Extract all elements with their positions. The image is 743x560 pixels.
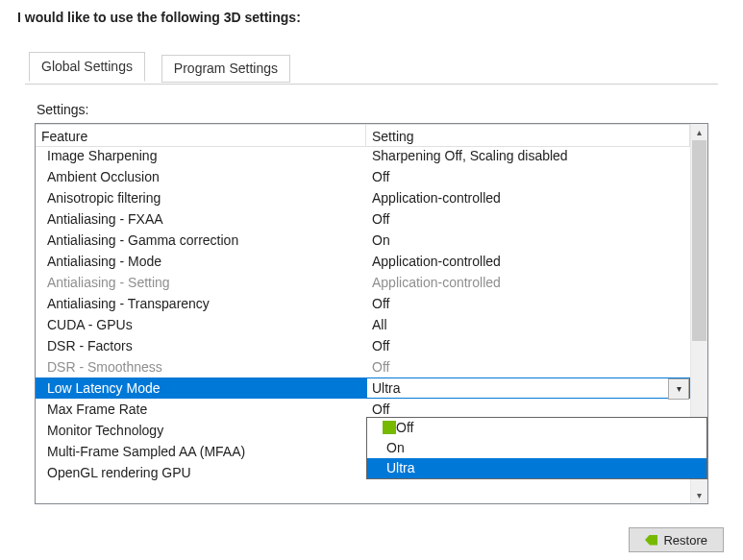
- chevron-up-icon: ▴: [697, 127, 702, 137]
- feature-cell: Multi-Frame Sampled AA (MFAA): [36, 441, 366, 462]
- chevron-down-icon: ▾: [677, 379, 681, 399]
- table-row-selected[interactable]: Low Latency Mode Ultra ▾: [36, 377, 690, 399]
- value-cell: All: [366, 314, 690, 335]
- feature-cell: Anisotropic filtering: [36, 187, 366, 208]
- table-header: Feature Setting: [36, 124, 690, 145]
- scrollbar-thumb[interactable]: [692, 140, 706, 341]
- feature-cell: OpenGL rendering GPU: [36, 462, 366, 483]
- restore-button-label: Restore: [663, 533, 707, 548]
- column-header-feature[interactable]: Feature: [36, 124, 366, 147]
- table-row: DSR - Smoothness Off: [36, 356, 690, 377]
- combobox-value: Ultra: [372, 380, 401, 396]
- settings-label: Settings:: [37, 102, 708, 117]
- restore-button[interactable]: Restore: [629, 527, 724, 552]
- table-row[interactable]: Antialiasing - Mode Application-controll…: [36, 251, 690, 272]
- feature-cell: DSR - Smoothness: [36, 356, 366, 377]
- table-row[interactable]: DSR - Factors Off: [36, 335, 690, 356]
- dropdown-option-on[interactable]: On: [367, 438, 690, 458]
- settings-panel: Settings: Feature Setting Image Sharpeni…: [15, 85, 728, 504]
- tab-strip: Global Settings Program Settings: [15, 52, 728, 85]
- feature-cell: Image Sharpening: [36, 145, 366, 166]
- dropdown-option-ultra[interactable]: Ultra: [367, 458, 690, 478]
- feature-cell: Antialiasing - Setting: [36, 272, 366, 293]
- table-row[interactable]: Antialiasing - Gamma correction On: [36, 230, 690, 251]
- value-cell: Off: [366, 208, 690, 230]
- scroll-down-button[interactable]: ▾: [691, 487, 707, 503]
- table-row[interactable]: Antialiasing - FXAA Off: [36, 208, 690, 230]
- feature-cell: Antialiasing - Gamma correction: [36, 230, 366, 251]
- page-title: I would like to use the following 3D set…: [17, 10, 728, 25]
- value-cell: Application-controlled: [366, 187, 690, 208]
- feature-cell: Ambient Occlusion: [36, 166, 366, 187]
- table-row[interactable]: Ambient Occlusion Off: [36, 166, 690, 187]
- value-cell: On: [366, 230, 690, 251]
- chevron-down-icon: ▾: [697, 490, 702, 500]
- table-row[interactable]: Antialiasing - Transparency Off: [36, 293, 690, 314]
- value-cell: Off: [366, 356, 690, 377]
- value-cell: Off: [366, 293, 690, 314]
- feature-cell: Max Frame Rate: [36, 399, 366, 420]
- feature-cell: Monitor Technology: [36, 420, 366, 441]
- nvidia-icon: [383, 421, 396, 434]
- dropdown-option-off[interactable]: Off: [367, 418, 690, 438]
- value-cell: Off: [366, 335, 690, 356]
- low-latency-dropdown: Off On Ultra: [366, 417, 690, 479]
- combobox-dropdown-button[interactable]: ▾: [668, 378, 689, 400]
- tab-global-settings[interactable]: Global Settings: [29, 52, 145, 82]
- dropdown-option-label: Off: [396, 420, 413, 435]
- tab-program-settings[interactable]: Program Settings: [161, 55, 290, 83]
- feature-cell: Low Latency Mode: [36, 377, 366, 399]
- value-cell: Sharpening Off, Scaling disabled: [366, 145, 690, 166]
- value-cell-combobox[interactable]: Ultra ▾: [366, 377, 690, 399]
- value-cell: Off: [366, 166, 690, 187]
- nvidia-icon: [645, 535, 657, 546]
- column-header-setting[interactable]: Setting: [366, 124, 690, 147]
- table-row: Antialiasing - Setting Application-contr…: [36, 272, 690, 293]
- table-row[interactable]: CUDA - GPUs All: [36, 314, 690, 335]
- feature-cell: Antialiasing - Transparency: [36, 293, 366, 314]
- value-cell: Application-controlled: [366, 251, 690, 272]
- feature-cell: Antialiasing - Mode: [36, 251, 366, 272]
- feature-cell: DSR - Factors: [36, 335, 366, 356]
- table-row[interactable]: Image Sharpening Sharpening Off, Scaling…: [36, 145, 690, 166]
- feature-cell: Antialiasing - FXAA: [36, 208, 366, 230]
- settings-list: Feature Setting Image Sharpening Sharpen…: [35, 123, 708, 504]
- scroll-up-button[interactable]: ▴: [691, 124, 707, 140]
- value-cell: Application-controlled: [366, 272, 690, 293]
- feature-cell: CUDA - GPUs: [36, 314, 366, 335]
- table-row[interactable]: Anisotropic filtering Application-contro…: [36, 187, 690, 208]
